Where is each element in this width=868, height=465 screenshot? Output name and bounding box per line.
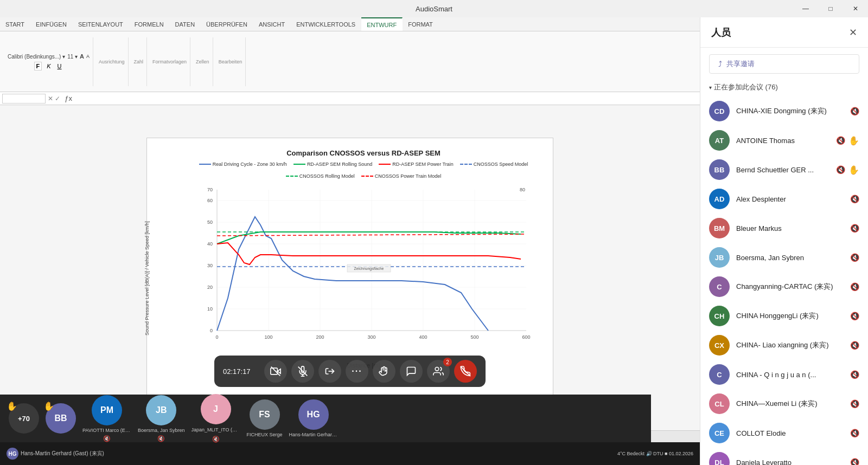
participants-button[interactable]: 2 [427,360,450,383]
avatar: BB [709,159,730,180]
participant-tile-j: J Japan_MLIT_ITO (ゲ...) 🔇 [192,394,240,443]
mute-icon: 🔇 [850,253,859,262]
invite-label: 共享邀请 [726,59,755,69]
tab-formeln[interactable]: FORMELN [129,17,170,31]
name-box[interactable] [2,94,46,104]
participant-tile-hg: HG Hans-Martin Gerhard (Gas... [289,399,338,437]
avatar-hg: HG [298,399,329,430]
legend-label-2: RD-ASEP SEM Rolling Sound [307,162,372,167]
share-icon: ⤴ [718,60,722,68]
chart-y-label: Sound Pressure Level [dB(A)] / Vehicle S… [144,249,150,335]
participant-icons: 🔇 [850,370,859,379]
tab-entwurf[interactable]: ENTWURF [361,17,403,31]
svg-text:0: 0 [210,328,213,333]
chevron-down-icon: ▾ [709,85,712,91]
participant-name: ANTOINE Thomas [736,137,829,145]
avatar: BM [709,218,730,238]
chat-button[interactable] [400,360,423,383]
mute-icon-pm: 🔇 [103,435,111,442]
tab-seitenlayout[interactable]: SEITENLAYOUT [73,17,129,31]
underline-btn[interactable]: U [56,62,63,70]
chart-svg: 0 10 20 30 40 50 60 70 80 0 100 200 300 … [185,184,542,358]
mute-icon: 🔇 [836,165,845,174]
mute-icon: 🔇 [850,429,859,437]
share-button[interactable] [318,360,341,383]
hand-button[interactable] [373,360,395,383]
mute-icon: 🔇 [850,399,859,408]
taskbar: HG Hans-Martin Gerhard (Gast) (来宾) 4°C B… [0,442,700,465]
formula-input[interactable] [76,94,698,104]
svg-text:0: 0 [215,334,218,340]
svg-text:10: 10 [207,306,213,312]
tab-start[interactable]: START [0,17,30,31]
avatar: AD [709,189,730,209]
participant-tile-bb: BB ✋ [46,403,76,434]
hangup-button[interactable] [454,360,477,383]
participants-bottom-bar: +70 ✋ BB ✋ PM PAVIOTTI Marco (ENV) 🔇 JB … [0,395,651,442]
participant-icons: 🔇 [850,399,859,408]
participant-tile-fs: FS FICHEUX Serge [247,399,283,437]
tab-entwicklertools[interactable]: ENTWICKLERTOOLS [291,17,361,31]
tab-ueberpruefen[interactable]: ÜBERPRÜFEN [201,17,253,31]
avatar-container-bb: BB ✋ [46,403,76,434]
panel-close-button[interactable]: ✕ [849,27,857,38]
tab-daten[interactable]: DATEN [170,17,201,31]
ribbon-group-formatvorlagen: Formatvorlagen [149,37,190,86]
participant-name-pm: PAVIOTTI Marco (ENV) [82,428,131,433]
participant-tile-jb: JB Boersma, Jan Sybren 🔇 [138,395,185,442]
participant-icons: 🔇 ✋ [836,135,859,146]
legend-label-4: CNOSSOS Speed Model [474,162,528,167]
taskbar-time: 4°C Bedeckt 🔊 DTU ■ 01.02.2026 [613,451,698,456]
svg-text:50: 50 [207,219,213,225]
avatar: CX [709,335,730,356]
ribbon-group-zellen: Zellen [193,37,213,86]
italic-btn[interactable]: K [45,62,52,70]
more-button[interactable]: ··· [346,360,368,383]
list-item: JB Boersma, Jan Sybren 🔇 [700,243,868,272]
participant-name-jb: Boersma, Jan Sybren [138,428,185,433]
svg-text:400: 400 [419,334,427,340]
participant-name-hg: Hans-Martin Gerhard (Gas... [289,432,338,437]
participants-list: CD CHINA-XIE Dongming (来宾) 🔇 AT ANTOINE … [700,96,868,465]
close-button[interactable]: ✕ [843,0,868,17]
legend-label-3: RD-ASEP SEM Power Train [392,162,453,167]
svg-text:500: 500 [470,334,478,340]
minimize-button[interactable]: — [793,0,818,17]
mute-icon-j: 🔇 [212,436,220,443]
tab-format[interactable]: FORMAT [403,17,439,31]
maximize-button[interactable]: □ [818,0,843,17]
presenter-name: Hans-Martin Gerhard (Gast) (来宾) [21,450,104,457]
legend-item-5: CNOSSOS Rolling Model [286,173,355,179]
svg-text:100: 100 [264,334,272,340]
chart-legend: Real Driving Cycle - Zone 30 km/h RD-ASE… [185,162,542,179]
presenter-info: HG Hans-Martin Gerhard (Gast) (来宾) [2,448,108,460]
svg-text:40: 40 [207,241,213,247]
participant-icons: 🔇 [850,341,859,350]
avatar: JB [709,247,730,268]
bold-btn[interactable]: F [34,62,42,70]
participant-name: Daniela Leveratto [736,458,844,466]
participant-name: Bernd Schuettler GER ... [736,166,829,174]
participant-name: Alex Desplenter [736,195,844,203]
mute-icon: 🔇 [850,224,859,232]
ribbon-group-number: Zahl [131,37,148,86]
avatar-jb: JB [146,395,176,425]
legend-label-1: Real Driving Cycle - Zone 30 km/h [213,162,287,167]
avatar: CD [709,101,730,121]
invite-button[interactable]: ⤴ 共享邀请 [709,54,859,74]
list-item: DL Daniela Leveratto 🔇 [700,448,868,465]
legend-label-6: CNOSSOS Power Train Model [375,173,442,179]
avatar: CE [709,423,730,443]
tab-einfuegen[interactable]: EINFÜGEN [30,17,73,31]
microphone-button[interactable] [291,360,314,383]
participant-name: CHINA - Q i n g j u a n (... [736,371,844,379]
avatar-j: J [201,394,231,424]
participant-icons: 🔇 [850,458,859,465]
svg-point-39 [435,367,439,371]
camera-button[interactable] [264,360,287,383]
count-text: 正在参加此会议 (76) [714,82,778,92]
mute-icon: 🔇 [850,282,859,291]
legend-label-5: CNOSSOS Rolling Model [299,173,355,179]
tab-ansicht[interactable]: ANSICHT [253,17,291,31]
legend-item-6: CNOSSOS Power Train Model [361,173,442,179]
